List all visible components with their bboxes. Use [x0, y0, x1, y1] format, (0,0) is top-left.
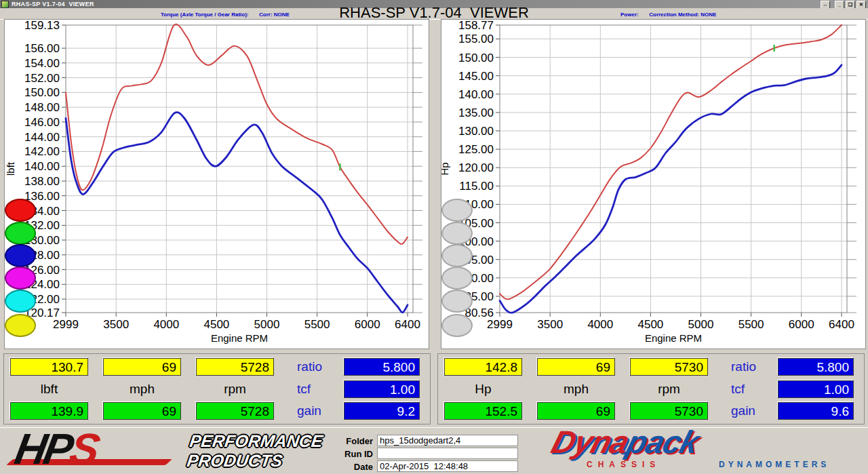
svg-text:156.00: 156.00: [24, 42, 60, 55]
svg-text:Engine RPM: Engine RPM: [211, 332, 268, 344]
run-slot-circle-1[interactable]: [441, 199, 473, 222]
folder-input[interactable]: [377, 435, 518, 446]
torque-cursor-value-box: 130.7: [10, 358, 88, 376]
svg-text:115.00: 115.00: [459, 180, 494, 193]
dynapack-dynamometers-text: DYNAMOMETERS: [719, 460, 829, 469]
svg-text:Hp: Hp: [441, 162, 450, 175]
svg-text:120.00: 120.00: [458, 161, 494, 174]
svg-text:5500: 5500: [738, 318, 764, 331]
svg-text:148.00: 148.00: [24, 101, 60, 114]
dynapack-word-blue: pack: [623, 424, 703, 460]
svg-text:145.00: 145.00: [458, 70, 494, 83]
svg-text:5000: 5000: [688, 318, 714, 331]
date-input[interactable]: [377, 460, 518, 472]
run-slot-circle-3[interactable]: [441, 244, 473, 267]
rpm-unit-label: rpm: [196, 380, 274, 398]
run-slot-circle-2[interactable]: [441, 222, 473, 245]
tcf-label: tcf: [731, 380, 745, 398]
svg-text:150.00: 150.00: [24, 86, 60, 99]
svg-text:130.00: 130.00: [458, 125, 494, 138]
power-chart-panel: 158.77155.00150.00145.00140.00135.00130.…: [441, 19, 866, 349]
mph-unit-label: mph: [103, 380, 181, 398]
svg-text:6000: 6000: [789, 318, 814, 331]
svg-text:6400: 6400: [829, 318, 854, 331]
svg-text:155.00: 155.00: [458, 33, 494, 45]
gain-label: gain: [297, 402, 321, 420]
svg-text:140.00: 140.00: [458, 88, 494, 101]
hps-logo: HPS PERFORMANCE PRODUCTS: [12, 429, 317, 473]
run-id-label: Run ID: [331, 449, 373, 459]
ratio-value-box: 5.800: [778, 358, 854, 376]
dynapack-word-red: Dyna: [547, 424, 633, 460]
svg-text:146.00: 146.00: [24, 116, 60, 129]
svg-text:144.00: 144.00: [24, 131, 60, 144]
svg-text:152.00: 152.00: [24, 72, 60, 85]
ratio-label: ratio: [297, 358, 322, 376]
svg-text:154.00: 154.00: [24, 57, 60, 70]
run-slot-circle-5[interactable]: [441, 290, 473, 313]
power-cursor-mph-box: 69: [537, 358, 615, 376]
power-header-label: Power: Correction Method: NONE: [620, 12, 716, 18]
svg-text:6000: 6000: [355, 318, 380, 331]
tcf-value-box: 1.00: [778, 380, 854, 398]
ratio-label: ratio: [731, 358, 756, 376]
measured-power-blue: [500, 65, 842, 313]
corrected-power-red: [500, 25, 842, 300]
svg-text:150.00: 150.00: [458, 52, 494, 64]
run-slot-circle-4[interactable]: [441, 266, 473, 290]
svg-text:138.00: 138.00: [24, 175, 60, 188]
torque-peak-mph-box: 69: [103, 402, 181, 420]
torque-readout-panel: 130.7 69 5728 lbft mph rpm 139.9 69 5728…: [3, 353, 431, 424]
mph-unit-label: mph: [537, 380, 615, 398]
torque-peak-value-box: 139.9: [10, 402, 88, 420]
power-cursor-value-box: 142.8: [444, 358, 522, 376]
power-chart[interactable]: 158.77155.00150.00145.00140.00135.00130.…: [441, 20, 867, 350]
run-legend-circle-4[interactable]: [5, 266, 36, 290]
svg-text:lbft: lbft: [5, 161, 16, 176]
hps-letters-black: HP: [12, 424, 75, 473]
run-legend-circle-2[interactable]: [5, 222, 36, 245]
power-cursor-rpm-box: 5730: [630, 358, 708, 376]
ratio-value-box: 5.800: [344, 358, 420, 376]
torque-cursor-mph-box: 69: [103, 358, 181, 376]
svg-text:Engine RPM: Engine RPM: [645, 332, 702, 344]
gain-value-box: 9.6: [778, 402, 854, 420]
svg-text:142.00: 142.00: [24, 145, 60, 158]
svg-text:158.77: 158.77: [458, 20, 494, 32]
svg-text:4500: 4500: [203, 318, 229, 331]
date-label: Date: [331, 462, 373, 472]
torque-cursor-rpm-box: 5728: [196, 358, 274, 376]
hps-products-text: PRODUCTS: [186, 451, 321, 471]
power-peak-mph-box: 69: [537, 402, 615, 420]
torque-chart-panel: 159.13156.00154.00152.00150.00148.00146.…: [4, 19, 429, 349]
run-legend-circle-1[interactable]: [5, 199, 36, 222]
svg-text:4000: 4000: [153, 318, 179, 331]
hps-performance-text: PERFORMANCE: [189, 431, 324, 451]
folder-label: Folder: [331, 436, 373, 446]
run-id-input[interactable]: [377, 448, 518, 459]
svg-text:6400: 6400: [395, 318, 420, 331]
dynapack-logo: Dynapack CHASSIS DYNAMOMETERS: [553, 429, 861, 473]
run-legend-circle-6[interactable]: [5, 314, 36, 337]
svg-text:5500: 5500: [304, 318, 330, 331]
svg-text:4000: 4000: [587, 318, 613, 331]
power-peak-value-box: 152.5: [444, 402, 522, 420]
svg-text:159.13: 159.13: [24, 20, 60, 32]
measured-torque-blue: [66, 113, 408, 313]
svg-text:135.00: 135.00: [458, 106, 494, 119]
rpm-unit-label: rpm: [630, 380, 708, 398]
run-legend-circle-3[interactable]: [5, 244, 36, 267]
svg-text:2999: 2999: [53, 318, 79, 331]
gain-label: gain: [731, 402, 755, 420]
dynapack-chassis-text: CHASSIS: [587, 460, 660, 469]
tcf-label: tcf: [297, 380, 311, 398]
run-slot-circle-6[interactable]: [441, 314, 473, 337]
power-unit-label: Hp: [444, 380, 522, 398]
torque-peak-rpm-box: 5728: [196, 402, 274, 420]
torque-chart[interactable]: 159.13156.00154.00152.00150.00148.00146.…: [5, 20, 430, 350]
corrected-torque-red: [66, 24, 408, 244]
svg-text:3500: 3500: [103, 318, 129, 331]
gain-value-box: 9.2: [344, 402, 420, 420]
svg-text:2999: 2999: [487, 318, 513, 331]
run-legend-circle-5[interactable]: [5, 290, 36, 313]
